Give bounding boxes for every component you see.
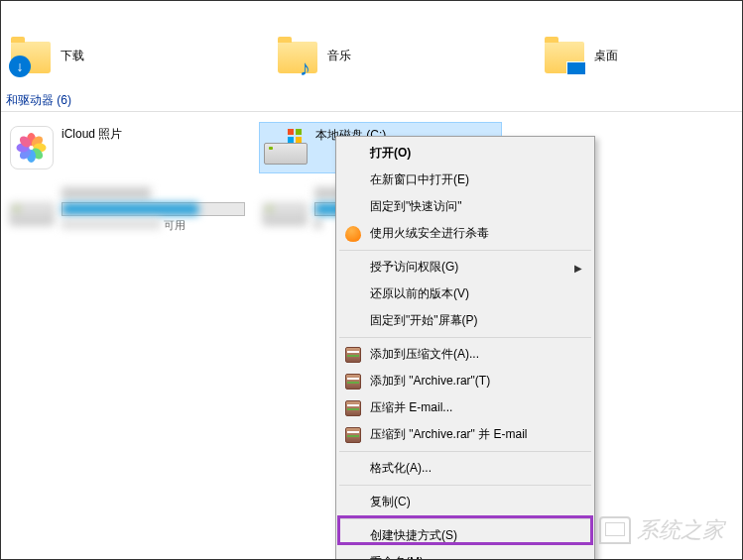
folder-music[interactable]: ♪ 音乐 (278, 36, 351, 75)
folder-label: 下载 (61, 48, 84, 64)
folder-icon: ♪ (278, 36, 317, 75)
menu-separator (339, 250, 591, 251)
svg-rect-0 (288, 129, 294, 135)
menu-open-new-window[interactable]: 在新窗口中打开(E) (338, 167, 592, 193)
submenu-arrow-icon: ▶ (574, 262, 582, 273)
drive-item-blurred[interactable]: 可用 (6, 183, 249, 237)
storage-text: 可用 (62, 218, 245, 233)
menu-separator (339, 485, 591, 486)
drive-label (62, 187, 151, 199)
drives-section-header[interactable]: 和驱动器 (6) (1, 90, 742, 112)
menu-copy[interactable]: 复制(C) (338, 489, 592, 515)
watermark-logo-icon (599, 516, 631, 544)
icloud-photos-icon (10, 126, 54, 169)
download-arrow-icon (9, 56, 31, 77)
hard-drive-icon (10, 187, 54, 225)
folder-label: 桌面 (594, 48, 618, 64)
menu-open[interactable]: 打开(O) (338, 140, 592, 167)
menu-format[interactable]: 格式化(A)... (338, 455, 592, 482)
folder-icon (11, 36, 51, 75)
menu-rename[interactable]: 重命名(M) (338, 549, 592, 560)
menu-separator (339, 518, 591, 519)
menu-add-to-archive[interactable]: 添加到压缩文件(A)... (338, 341, 592, 368)
music-note-icon: ♪ (300, 56, 319, 75)
rar-archive-icon (345, 374, 361, 390)
svg-rect-1 (296, 129, 302, 135)
rar-archive-icon (345, 347, 361, 363)
context-menu: 打开(O) 在新窗口中打开(E) 固定到"快速访问" 使用火绒安全进行杀毒 授予… (335, 136, 595, 560)
drive-icloud-photos[interactable]: iCloud 照片 (6, 122, 249, 173)
shield-icon (345, 226, 361, 242)
menu-separator (339, 337, 591, 338)
menu-pin-quick-access[interactable]: 固定到"快速访问" (338, 193, 592, 220)
menu-create-shortcut[interactable]: 创建快捷方式(S) (338, 522, 592, 549)
hard-drive-icon (264, 127, 308, 165)
menu-separator (339, 451, 591, 452)
watermark: 系统之家 (599, 515, 724, 545)
rar-archive-icon (345, 400, 361, 416)
folder-label: 音乐 (327, 48, 351, 64)
monitor-icon (566, 61, 586, 75)
menu-compress-to-email[interactable]: 压缩到 "Archive.rar" 并 E-mail (338, 421, 592, 448)
drive-label: iCloud 照片 (62, 126, 245, 143)
folders-row: 下载 ♪ 音乐 桌面 (1, 1, 742, 90)
folder-desktop[interactable]: 桌面 (545, 36, 618, 75)
menu-compress-email[interactable]: 压缩并 E-mail... (338, 394, 592, 421)
menu-huorong-scan[interactable]: 使用火绒安全进行杀毒 (338, 220, 592, 247)
storage-bar (62, 202, 245, 216)
menu-add-to-archive-rar[interactable]: 添加到 "Archive.rar"(T) (338, 368, 592, 394)
folder-downloads[interactable]: 下载 (11, 36, 84, 75)
windows-logo-icon (288, 129, 302, 143)
hard-drive-icon (263, 187, 307, 225)
folder-icon (545, 36, 584, 75)
menu-restore-versions[interactable]: 还原以前的版本(V) (338, 280, 592, 307)
rar-archive-icon (345, 427, 361, 443)
menu-grant-access[interactable]: 授予访问权限(G) ▶ (338, 254, 592, 280)
svg-rect-3 (296, 137, 302, 143)
menu-pin-start[interactable]: 固定到"开始"屏幕(P) (338, 307, 592, 334)
svg-rect-2 (288, 137, 294, 143)
